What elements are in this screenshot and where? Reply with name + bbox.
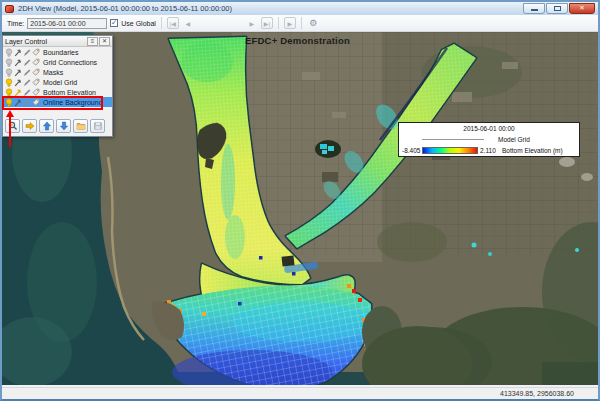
toolbar-separator [161, 17, 162, 29]
previous-icon: ◀ [186, 20, 191, 27]
layer-item-model-grid[interactable]: Model Grid [3, 77, 112, 87]
down-arrow-icon [60, 122, 67, 130]
layer-item-label: Online Background [43, 99, 103, 106]
edit-pencil-icon[interactable] [24, 69, 30, 76]
lake-dot [472, 243, 477, 248]
move-layer-down-button[interactable] [56, 119, 71, 133]
layer-panel-menu-button[interactable]: ≡ [87, 37, 98, 46]
time-toolbar: Time: ✓ Use Global |◀ ◀ ▶ ▶| ▶ ⚙ [2, 15, 598, 32]
legend-datetime: 2015-06-01 00:00 [402, 125, 576, 132]
use-global-label: Use Global [121, 20, 156, 27]
visibility-bulb-icon[interactable] [6, 78, 12, 86]
time-input[interactable] [27, 18, 107, 29]
maximize-icon [554, 6, 561, 11]
select-cursor-icon[interactable] [15, 60, 20, 66]
visibility-bulb-icon[interactable] [6, 58, 12, 66]
previous-timestep-button[interactable]: ◀ [182, 17, 194, 29]
settings-button[interactable]: ⚙ [307, 18, 320, 28]
mckay-inlet [315, 140, 341, 158]
label-tag-icon[interactable] [33, 89, 39, 95]
play-icon: ▶ [288, 20, 293, 27]
label-tag-icon[interactable] [33, 69, 39, 75]
edit-pencil-icon[interactable] [24, 59, 30, 66]
status-bar: 413349.85, 2956038.60 [2, 387, 598, 399]
titlebar[interactable]: 2DH View (Model, 2015-06-01 00:00:00 to … [2, 2, 598, 15]
label-tag-icon[interactable] [33, 79, 39, 85]
map-legend[interactable]: 2015-06-01 00:00 Model Grid -8.405 2.110… [398, 122, 580, 157]
visibility-bulb-icon[interactable] [6, 88, 12, 96]
layer-item-grid-connections[interactable]: Grid Connections [3, 57, 112, 67]
select-cursor-icon[interactable] [15, 70, 20, 76]
minimize-button[interactable] [523, 3, 545, 14]
yellow-arrow-icon [26, 123, 34, 130]
save-layer-button[interactable] [90, 119, 105, 133]
layer-control-title: Layer Control [5, 38, 86, 45]
layer-item-boundaries[interactable]: Boundaries [3, 47, 112, 57]
last-icon: ▶| [264, 20, 270, 27]
edit-pencil-icon[interactable] [24, 99, 30, 106]
layer-panel-toolbar [5, 119, 105, 133]
zoom-to-layer-button[interactable] [5, 119, 20, 133]
layer-item-online-background[interactable]: Online Background [3, 97, 112, 107]
layer-item-label: Grid Connections [43, 59, 97, 66]
layer-item-label: Model Grid [43, 79, 77, 86]
time-label: Time: [7, 20, 24, 27]
layer-panel-close-button[interactable]: ✕ [99, 37, 110, 46]
next-icon: ▶ [250, 20, 255, 27]
layer-control-titlebar[interactable]: Layer Control ≡ ✕ [3, 36, 112, 47]
label-tag-icon[interactable] [33, 49, 39, 55]
open-layer-button[interactable] [73, 119, 88, 133]
close-button[interactable]: ✕ [569, 3, 595, 14]
save-disk-icon [94, 122, 101, 129]
layer-item-label: Boundaries [43, 49, 78, 56]
layer-item-label: Bottom Elevation [43, 89, 96, 96]
edit-pencil-icon[interactable] [24, 89, 30, 96]
close-icon: ✕ [579, 5, 584, 12]
toolbar-separator [278, 17, 279, 29]
select-cursor-icon[interactable] [15, 50, 20, 56]
select-cursor-icon[interactable] [15, 80, 20, 86]
legend-bottom-elevation-label: Bottom Elevation (m) [502, 147, 563, 154]
minimize-icon [531, 9, 538, 11]
legend-colorbar [422, 147, 478, 154]
maximize-button[interactable] [546, 3, 568, 14]
layer-control-panel[interactable]: Layer Control ≡ ✕ Boundaries Grid Connec… [2, 35, 113, 137]
window-title: 2DH View (Model, 2015-06-01 00:00:00 to … [18, 4, 519, 13]
visibility-bulb-icon[interactable] [6, 48, 12, 56]
legend-min-value: -8.405 [402, 147, 420, 154]
export-layer-button[interactable] [22, 119, 37, 133]
edit-pencil-icon[interactable] [24, 49, 30, 56]
map-overlay-title: EFDC+ Demonstration [245, 35, 350, 46]
model-grid-offshore-fan [164, 286, 372, 385]
use-global-checkbox[interactable]: ✓ [110, 19, 118, 27]
legend-max-value: 2.110 [480, 147, 500, 154]
cursor-coordinates: 413349.85, 2956038.60 [500, 390, 574, 397]
menu-icon: ≡ [91, 38, 95, 44]
model-grid-line-sample [422, 139, 484, 140]
visibility-bulb-icon[interactable] [6, 68, 12, 76]
play-button[interactable]: ▶ [284, 17, 296, 29]
next-timestep-button[interactable]: ▶ [246, 17, 258, 29]
label-tag-icon[interactable] [33, 59, 39, 65]
window-2dh-view: 2DH View (Model, 2015-06-01 00:00:00 to … [0, 0, 600, 401]
zoom-layer-icon [9, 122, 16, 129]
panel-close-icon: ✕ [102, 38, 107, 44]
edit-pencil-icon[interactable] [24, 79, 30, 86]
layer-item-label: Masks [43, 69, 63, 76]
layer-item-bottom-elevation[interactable]: Bottom Elevation [3, 87, 112, 97]
first-timestep-button[interactable]: |◀ [167, 17, 179, 29]
label-tag-icon[interactable] [33, 99, 39, 105]
legend-model-grid-label: Model Grid [498, 136, 530, 143]
up-arrow-icon [43, 122, 50, 130]
last-timestep-button[interactable]: ▶| [261, 17, 273, 29]
app-icon [5, 5, 14, 13]
folder-icon [77, 124, 85, 130]
first-icon: |◀ [170, 20, 176, 27]
select-cursor-icon[interactable] [15, 90, 20, 96]
map-viewport[interactable]: EFDC+ Demonstration Layer Control ≡ ✕ Bo… [2, 32, 598, 385]
select-cursor-icon[interactable] [15, 100, 20, 106]
visibility-bulb-icon[interactable] [6, 98, 12, 106]
move-layer-up-button[interactable] [39, 119, 54, 133]
layer-item-masks[interactable]: Masks [3, 67, 112, 77]
check-icon: ✓ [111, 19, 117, 27]
